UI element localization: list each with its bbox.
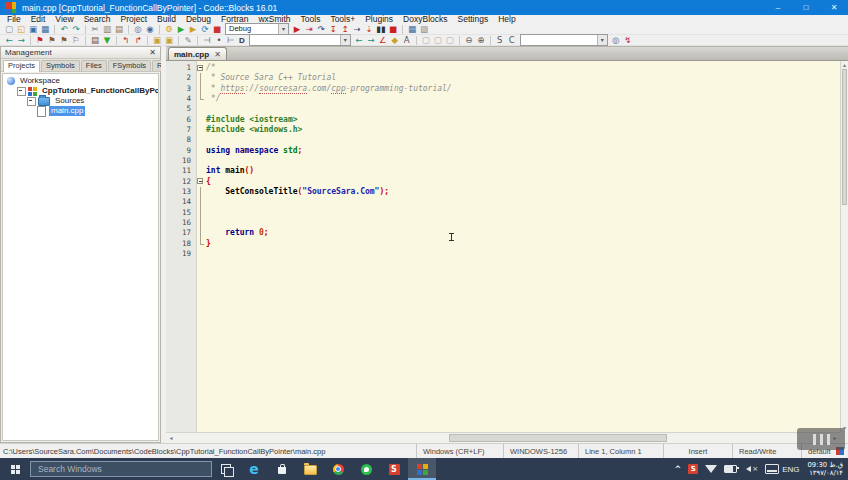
tree-item-main-cpp[interactable]: main.cpp [3,106,158,116]
tray-chevron-icon[interactable]: ^ [675,465,682,474]
menu-plugins[interactable]: Plugins [360,15,398,24]
symbol-goto-icon[interactable]: ◎ [610,35,621,45]
run-to-cursor-icon[interactable]: ⇥ [304,24,315,34]
line-number[interactable]: 11 [166,166,196,176]
build-and-run-icon[interactable]: ▶ [188,24,199,34]
line-number[interactable]: 4 [166,94,196,104]
code-text[interactable]: */ [206,94,220,104]
run-search-icon[interactable]: ▼ [102,35,113,45]
menu-edit[interactable]: Edit [26,15,51,24]
line-number[interactable]: 18 [166,239,196,249]
line-number[interactable]: 6 [166,115,196,125]
touch-keyboard-icon[interactable] [765,464,779,474]
nav-back-icon[interactable]: ← [4,35,15,45]
code-text[interactable]: #include <iostream> [206,115,298,125]
code-text[interactable]: #include <windows.h> [206,125,302,135]
code-line[interactable]: 19 [166,249,840,259]
battery-icon[interactable] [724,465,737,473]
code-line[interactable]: 11int main() [166,166,840,176]
tab-close-icon[interactable]: ✕ [214,50,221,59]
cut-icon[interactable]: ✂ [90,24,101,34]
green-app-icon[interactable] [352,458,380,480]
scroll-left-icon[interactable]: ◂ [166,433,176,443]
menu-tools[interactable]: Tools [296,15,326,24]
wifi-icon[interactable] [705,465,717,473]
code-editor[interactable]: 1/*2 * Source Sara C++ Tutorial3 * https… [166,61,840,432]
insert-class-method-icon[interactable]: ▣ [164,35,175,45]
tab-projects[interactable]: Projects [3,60,40,72]
taskbar-search-input[interactable]: Search Windows [30,461,212,477]
step-out-icon[interactable]: ↥ [340,24,351,34]
open-include-icon[interactable]: ▣ [152,35,163,45]
tree-expander-icon[interactable] [27,97,36,106]
menu-settings[interactable]: Settings [453,15,494,24]
menu-debug[interactable]: Debug [181,15,216,24]
tree-item-sources[interactable]: Sources [3,96,158,106]
code-line[interactable]: 18} [166,239,840,249]
save-all-icon[interactable]: ▦ [40,24,51,34]
find-icon[interactable]: ◎ [133,24,144,34]
paste-icon[interactable]: ▤ [114,24,125,34]
next-instruction-icon[interactable]: ⇢ [352,24,363,34]
task-view-icon[interactable] [212,458,240,480]
code-text[interactable]: /* [206,63,216,73]
tab-fsymbols[interactable]: FSymbols [108,60,151,71]
code-line[interactable]: 5 [166,104,840,114]
code-line[interactable]: 7#include <windows.h> [166,125,840,135]
line-number[interactable]: 7 [166,125,196,135]
codeblocks-icon[interactable] [408,458,436,480]
code-text[interactable]: { [206,177,211,187]
store-icon[interactable] [268,458,296,480]
step-into-icon[interactable]: ↧ [328,24,339,34]
isearch-highlight-icon[interactable]: ∠ [377,35,388,45]
symbol-tools-icon[interactable]: ↯ [622,35,633,45]
step-into-instruction-icon[interactable]: ⇣ [364,24,375,34]
break-debugger-icon[interactable]: ▮▮ [376,24,387,34]
line-number[interactable]: 14 [166,197,196,207]
various-info-icon[interactable]: ▨ [419,24,430,34]
copy-icon[interactable]: ▥ [102,24,113,34]
open-file-icon[interactable]: ◱ [16,24,27,34]
minimize-button[interactable]: – [764,0,792,15]
line-number[interactable]: 10 [166,156,196,166]
code-text[interactable]: int main() [206,166,254,176]
horizontal-scrollbar[interactable]: ◂ ▸ [166,432,840,443]
fold-marker-icon[interactable] [196,63,206,73]
line-number[interactable]: 1 [166,63,196,73]
code-text[interactable]: } [206,239,211,249]
line-number[interactable]: 19 [166,249,196,259]
goto-implementation-icon[interactable]: ↱ [133,35,144,45]
code-text[interactable]: using namespace std; [206,146,302,156]
tree-item-cpptutorial-functioncallbypointer[interactable]: CppTutorial_FunctionCallByPointer [3,86,158,96]
code-line[interactable]: 13 SetConsoleTitle("SourceSara.Com"); [166,187,840,197]
code-line[interactable]: 10 [166,156,840,166]
code-line[interactable]: 14 [166,197,840,207]
tree-expander-icon[interactable] [17,87,26,96]
replace-icon[interactable]: ◉ [145,24,156,34]
line-number[interactable]: 9 [166,146,196,156]
zoom-in-icon[interactable]: ⊕ [475,35,486,45]
code-line[interactable]: 8 [166,135,840,145]
line-number[interactable]: 13 [166,187,196,197]
prev-change-icon[interactable]: ⊣ [202,35,213,45]
chevron-down-icon[interactable]: ▾ [597,35,607,45]
s-app-icon[interactable]: S [380,458,408,480]
code-line[interactable]: 15 [166,208,840,218]
tree-item-workspace[interactable]: Workspace [3,76,158,86]
view-box-1-icon[interactable]: ▢ [420,35,431,45]
line-number[interactable]: 17 [166,228,196,238]
incremental-search-combo[interactable]: ▾ [249,34,351,46]
code-text[interactable]: * https://sourcesara.com/cpp-programming… [206,84,452,94]
editor-tab-maincpp[interactable]: main.cpp ✕ [168,47,227,60]
code-text[interactable]: return 0; [206,228,269,238]
thread-search-icon[interactable]: ▤ [90,35,101,45]
undo-icon[interactable]: ↶ [59,24,70,34]
code-line[interactable]: 16 [166,218,840,228]
code-line[interactable]: 2 * Source Sara C++ Tutorial [166,73,840,83]
code-line[interactable]: 17 return 0; [166,228,840,238]
menu-project[interactable]: Project [116,15,152,24]
vertical-scrollbar[interactable]: ▲ ▼ [840,61,848,432]
taskbar-clock[interactable]: 09:30 ق.ظ ۱۳۹۷/۰۸/۱۴ [808,461,843,478]
scroll-up-icon[interactable]: ▲ [841,61,848,69]
rebuild-icon[interactable]: ⟳ [200,24,211,34]
